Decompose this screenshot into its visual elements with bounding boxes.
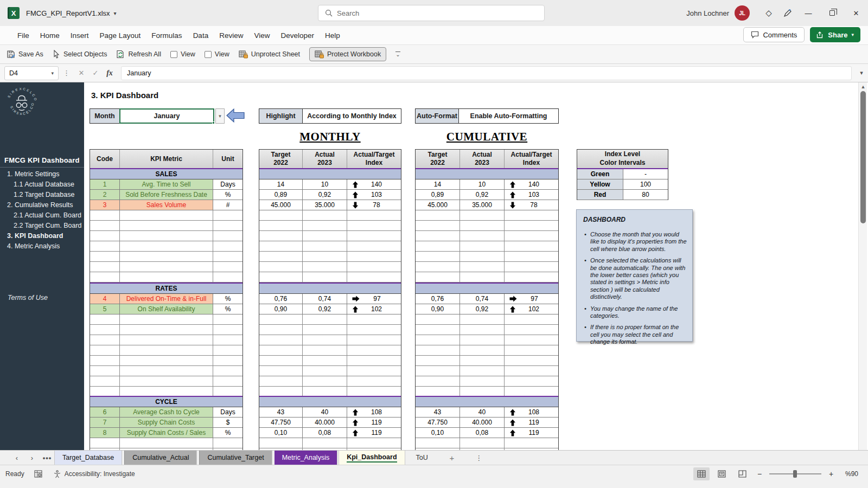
month-value-cell[interactable]: January — [120, 109, 214, 123]
cell-code[interactable]: 2 — [90, 190, 120, 200]
refresh-all-button[interactable]: Refresh All — [116, 50, 161, 59]
new-sheet-button[interactable]: + — [436, 453, 468, 463]
cell-target[interactable]: 0,76 — [416, 294, 460, 304]
fill-handle[interactable] — [212, 121, 215, 124]
cell-unit[interactable]: $ — [213, 418, 242, 427]
cell-target[interactable]: 0,10 — [259, 428, 303, 438]
cell-actual[interactable]: 0,92 — [460, 304, 505, 314]
empty-rows[interactable] — [416, 314, 558, 396]
protect-workbook-button[interactable]: Protect Workbook — [309, 47, 386, 61]
monthly-table-header[interactable]: Target2022 Actual2023 Actual/TargetIndex — [259, 150, 401, 169]
menu-file[interactable]: File — [12, 26, 35, 44]
cell-actual[interactable]: 0,74 — [303, 294, 347, 304]
section-band-rates[interactable]: RATES — [90, 282, 242, 294]
cell-index[interactable]: 119 — [505, 418, 558, 427]
zoom-level[interactable]: %90 — [845, 470, 858, 478]
tab-kpi-dashboard[interactable]: Kpi_Dashboard — [339, 451, 405, 465]
cell-code[interactable]: 4 — [90, 294, 120, 304]
cell-actual[interactable]: 0,92 — [303, 304, 347, 314]
cell-target[interactable]: 0,89 — [259, 190, 303, 200]
document-title[interactable]: FMCG_KPI_ReportV1.xlsx ▾ — [26, 0, 117, 26]
vertical-scroll-thumb[interactable] — [860, 91, 866, 223]
cell-code[interactable]: 7 — [90, 418, 120, 427]
tab-metric-analysis[interactable]: Metric_Analysis — [275, 451, 338, 465]
menu-developer[interactable]: Developer — [275, 26, 320, 44]
kpi-table-header[interactable]: Code KPI Metric Unit — [90, 150, 242, 169]
cell-index[interactable]: 140 — [505, 179, 558, 189]
avatar[interactable]: JL — [735, 5, 750, 21]
month-label-cell[interactable]: Month — [90, 109, 120, 123]
scroll-up-arrow[interactable]: ▲ — [859, 82, 867, 91]
expand-formula-bar-button[interactable]: ▾ — [855, 69, 868, 76]
tab-target-database[interactable]: Target_Database — [54, 451, 122, 465]
menu-home[interactable]: Home — [35, 26, 65, 44]
zoom-out-button[interactable]: − — [755, 470, 764, 478]
highlight-label-cell[interactable]: Highlight — [259, 109, 303, 123]
sidebar-item-actual-cum-board[interactable]: 2.1 Actual Cum. Board — [0, 210, 84, 221]
cell-actual[interactable]: 40.000 — [303, 418, 347, 427]
cell-index[interactable]: 97 — [347, 294, 401, 304]
cell-target[interactable]: 0,76 — [259, 294, 303, 304]
cell-index[interactable]: 103 — [505, 190, 558, 200]
empty-rows[interactable] — [259, 210, 401, 282]
unprotect-sheet-button[interactable]: Unprotect Sheet — [239, 50, 300, 59]
cell-target[interactable]: 0,90 — [259, 304, 303, 314]
all-sheets-button[interactable]: ••• — [40, 454, 54, 462]
cell-unit[interactable]: Days — [213, 179, 242, 189]
empty-rows[interactable] — [90, 314, 242, 396]
empty-rows[interactable] — [416, 210, 558, 282]
tab-cumulative-actual[interactable]: Cumulative_Actual — [124, 451, 197, 465]
cell-actual[interactable]: 0,92 — [460, 190, 505, 200]
toolbar-overflow-button[interactable]: ⌄ — [395, 52, 400, 57]
menu-help[interactable]: Help — [320, 26, 346, 44]
cell-actual[interactable]: 0,74 — [460, 294, 505, 304]
autoformat-value-cell[interactable]: Enable Auto-Formatting — [459, 109, 558, 123]
sidebar-item-metric-analysis[interactable]: 4. Metric Analysis — [0, 241, 84, 252]
cell-actual[interactable]: 40 — [460, 407, 505, 417]
empty-rows[interactable] — [90, 438, 242, 450]
cell-red-label[interactable]: Red — [577, 190, 623, 200]
zoom-slider[interactable] — [769, 473, 821, 474]
cell-metric[interactable]: Supply Chain Costs — [120, 418, 213, 427]
cell-unit[interactable]: % — [213, 304, 242, 314]
cell-index[interactable]: 78 — [505, 200, 558, 210]
cell-code[interactable]: 1 — [90, 179, 120, 189]
diamond-icon[interactable]: ◇ — [760, 0, 778, 26]
cell-target[interactable]: 0,10 — [416, 428, 460, 438]
cell-unit[interactable]: % — [213, 190, 242, 200]
cell-actual[interactable]: 0,08 — [460, 428, 505, 438]
cell-metric[interactable]: Avg. Time to Sell — [120, 179, 213, 189]
cell-unit[interactable]: % — [213, 294, 242, 304]
zoom-in-button[interactable]: + — [827, 470, 835, 478]
insert-function-button[interactable]: fx — [103, 66, 117, 80]
pen-sparkle-icon[interactable] — [778, 0, 796, 26]
vertical-scrollbar[interactable]: ▲ ▼ — [858, 82, 867, 465]
cancel-button[interactable]: ✕ — [74, 66, 88, 80]
cell-target[interactable]: 45.000 — [416, 200, 460, 210]
cell-metric[interactable]: Sales Volume — [120, 200, 213, 210]
cell-actual[interactable]: 10 — [303, 179, 347, 189]
autoformat-label-cell[interactable]: Auto-Format — [416, 109, 459, 123]
section-band-cycle[interactable]: CYCLE — [90, 396, 242, 407]
menu-page-layout[interactable]: Page Layout — [94, 26, 146, 44]
cell-index[interactable]: 102 — [505, 304, 558, 314]
cell-unit[interactable]: % — [213, 428, 242, 438]
excel-app-icon[interactable]: X — [8, 7, 20, 19]
cell-actual[interactable]: 40 — [303, 407, 347, 417]
section-band-rates[interactable] — [416, 282, 558, 294]
month-dropdown-button[interactable]: ▼ — [215, 108, 225, 124]
formula-input[interactable]: January — [121, 66, 852, 80]
tab-cumulative-target[interactable]: Cumulative_Target — [199, 451, 272, 465]
cell-code[interactable]: 5 — [90, 304, 120, 314]
page-break-preview-button[interactable] — [735, 467, 751, 480]
monthly-values-table[interactable]: Target2022 Actual2023 Actual/TargetIndex… — [259, 149, 401, 450]
cell-index[interactable]: 102 — [347, 304, 401, 314]
tab-tou[interactable]: ToU — [409, 451, 436, 465]
cell-target[interactable]: 45.000 — [259, 200, 303, 210]
cell-index[interactable]: 108 — [505, 407, 558, 417]
cell-index[interactable]: 78 — [347, 200, 401, 210]
save-as-button[interactable]: Save As — [7, 50, 43, 59]
cell-code[interactable]: 6 — [90, 407, 120, 417]
cell-target[interactable]: 47.750 — [259, 418, 303, 427]
macro-record-icon[interactable] — [34, 470, 43, 478]
